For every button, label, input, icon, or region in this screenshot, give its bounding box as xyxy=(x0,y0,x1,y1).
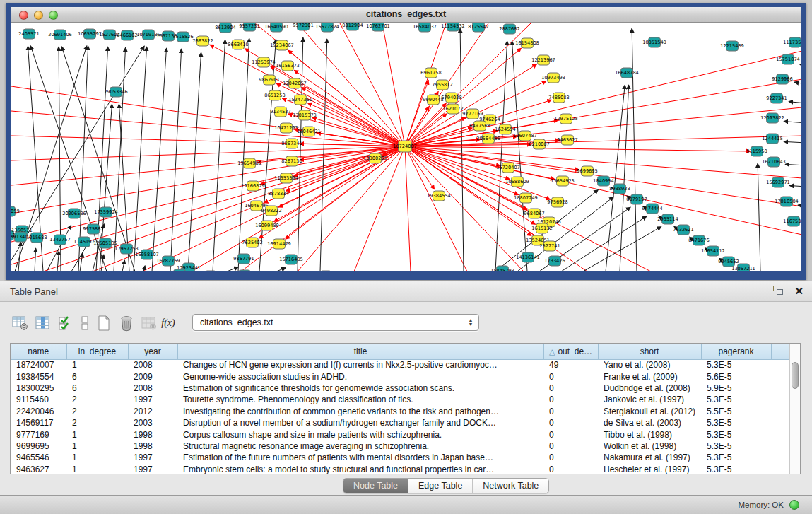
table-row[interactable]: 911546021997Tourette syndrome. Phenomeno… xyxy=(11,394,791,405)
network-node-label: 6794028 xyxy=(441,95,461,100)
network-node-label: 13057211 xyxy=(731,266,755,271)
window-title: citations_edges.txt xyxy=(11,9,801,19)
network-node-label: 9134527 xyxy=(270,109,290,115)
network-node-label: 1733426 xyxy=(544,258,565,264)
cell-name: 22420046 xyxy=(11,406,66,417)
window-titlebar[interactable]: citations_edges.txt xyxy=(11,7,801,23)
network-node-label: 9115958 xyxy=(746,148,767,154)
network-node-label: 7625402 xyxy=(242,240,262,245)
cell-filler xyxy=(771,406,791,417)
table-row[interactable]: 946362711997Embryonic stem cells: a mode… xyxy=(11,464,791,474)
column-header-out_degree[interactable]: △out_de… xyxy=(543,344,598,359)
cell-pagerank: 5.9E-5 xyxy=(701,382,771,394)
cell-in_degree: 6 xyxy=(66,370,128,382)
delete-column-icon[interactable] xyxy=(116,314,137,333)
tab-node-table[interactable]: Node Table xyxy=(343,479,408,493)
cell-name: 18724007 xyxy=(11,359,66,370)
delete-table-icon[interactable] xyxy=(139,314,160,333)
network-node-label: 9990448 xyxy=(423,97,443,103)
network-node-label: 1615132 xyxy=(531,226,552,231)
cell-pagerank: 5.3E-5 xyxy=(701,452,771,463)
unselect-rows-icon[interactable] xyxy=(78,314,92,333)
network-node-label: 19654985 xyxy=(237,160,261,166)
network-canvas[interactable]: 2405571206914061065529715276026466162107… xyxy=(11,23,801,271)
network-node[interactable] xyxy=(174,269,186,271)
cell-short: Dudbridge et al. (2008) xyxy=(598,382,701,394)
cell-name: 9699695 xyxy=(11,440,66,452)
table-row[interactable]: 1938455462009Genome-wide association stu… xyxy=(11,370,791,382)
table-row[interactable]: 1456911722003Disruption of a novel membe… xyxy=(11,417,791,428)
column-header-short[interactable]: short xyxy=(598,344,701,359)
table-row[interactable]: 1830029562008Estimation of significance … xyxy=(11,382,791,394)
citation-edge-red xyxy=(354,146,405,271)
select-all-rows-icon[interactable] xyxy=(55,314,76,333)
combo-stepper-icon[interactable]: ▲▼ xyxy=(466,316,476,329)
network-node-label: 8867341 xyxy=(281,141,302,146)
network-node-label: 11353594 xyxy=(274,175,298,181)
cell-name: 19384554 xyxy=(11,370,66,382)
column-header-title[interactable]: title xyxy=(177,344,543,359)
cell-out_degree: 0 xyxy=(543,452,598,463)
network-node-label: 9227341 xyxy=(766,95,787,101)
column-header-in_degree[interactable]: in_degree xyxy=(66,344,128,359)
memory-status-label: Memory: OK xyxy=(738,501,784,509)
column-header-name[interactable]: name xyxy=(11,344,66,359)
network-node-label: 2522741 xyxy=(539,243,560,249)
close-icon[interactable]: ✕ xyxy=(794,286,804,296)
network-node-label: 7485083 xyxy=(548,95,569,100)
table-column-icon[interactable] xyxy=(33,314,54,333)
cell-short: Franke et al. (2009) xyxy=(598,370,701,382)
table-toolbar: f(x) xyxy=(10,313,177,334)
network-node-label: 16154808 xyxy=(515,40,539,46)
cell-year: 1998 xyxy=(128,428,177,440)
network-node-label: 13654923 xyxy=(551,178,575,184)
cell-year: 2003 xyxy=(128,417,177,428)
network-node-label: 7515526 xyxy=(172,34,193,40)
column-header-pagerank[interactable]: pagerank xyxy=(701,344,771,359)
citation-edge-black xyxy=(276,268,286,271)
citation-edge-black xyxy=(583,226,661,271)
network-node-label: 12213967 xyxy=(531,57,555,63)
network-node-label: 10654112 xyxy=(701,248,725,254)
cell-pagerank: 5.6E-5 xyxy=(701,370,771,382)
table-row[interactable]: 977716911998Corpus callosum shape and si… xyxy=(11,428,791,440)
table-vertical-scrollbar[interactable] xyxy=(789,344,800,474)
status-bar: Memory: OK xyxy=(0,495,812,514)
network-node-label: 15716485 xyxy=(279,257,303,262)
citation-edge-black xyxy=(152,48,167,271)
citation-edge-red xyxy=(11,146,405,242)
network-node-label: 15720407 xyxy=(496,165,520,170)
network-node[interactable] xyxy=(239,270,251,271)
citation-network-graph[interactable]: 2405571206914061065529715276026466162107… xyxy=(11,23,801,271)
network-node-label: 9975887 xyxy=(83,226,103,232)
float-window-icon[interactable] xyxy=(773,286,784,296)
network-node-label: 6879197 xyxy=(626,197,647,202)
table-row[interactable]: 946554611997Estimation of the future num… xyxy=(11,452,791,463)
citation-edge-red xyxy=(405,146,551,199)
network-node-label: 20691406 xyxy=(48,32,72,37)
table-settings-icon[interactable] xyxy=(10,314,31,333)
scrollbar-thumb[interactable] xyxy=(792,362,799,389)
table-row[interactable]: 2242004622012Investigating the contribut… xyxy=(11,406,791,417)
table-panel: Table Panel ✕ f(x) citat xyxy=(0,281,812,495)
tab-edge-table[interactable]: Edge Table xyxy=(408,479,473,493)
network-node-label: 10607487 xyxy=(513,133,537,139)
function-builder-icon[interactable]: f(x) xyxy=(161,314,175,333)
cell-title: Estimation of significance thresholds fo… xyxy=(177,382,543,394)
network-node-label: 20206536 xyxy=(62,211,86,216)
tab-network-table[interactable]: Network Table xyxy=(473,479,548,493)
cell-title: Disruption of a novel member of a sodium… xyxy=(177,417,543,428)
column-header-year[interactable]: year xyxy=(128,344,177,359)
citation-edge-black xyxy=(35,248,36,271)
cell-name: 14569117 xyxy=(11,417,66,428)
cell-title: Corpus callosum shape and size in male p… xyxy=(177,428,543,440)
cell-title: Structural magnetic resonance image aver… xyxy=(177,440,543,452)
cell-in_degree: 1 xyxy=(66,428,128,440)
table-row[interactable]: 969969511998Structural magnetic resonanc… xyxy=(11,440,791,452)
table-row[interactable]: 1872400712008Changes of HCN gene express… xyxy=(11,359,791,370)
table-selector-combobox[interactable]: citations_edges.txt ▲▼ xyxy=(192,314,479,331)
citation-edge-black xyxy=(789,185,801,187)
network-node-label: 9463627 xyxy=(557,137,577,143)
citation-edge-black xyxy=(122,260,125,271)
new-table-icon[interactable] xyxy=(93,314,114,333)
